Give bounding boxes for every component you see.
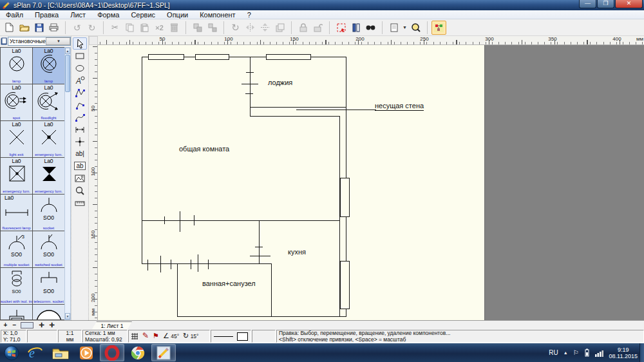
panel-zoom-in-button[interactable]: + xyxy=(1,321,10,329)
textbox-tool[interactable]: ab xyxy=(73,160,87,172)
image-tool[interactable] xyxy=(73,172,87,184)
print-button[interactable] xyxy=(46,21,61,35)
ungroup-button[interactable] xyxy=(205,21,220,35)
wall[interactable] xyxy=(250,57,251,117)
wall[interactable] xyxy=(250,107,346,108)
component-fluorescent-lamp[interactable]: La0 fluorescent lamp xyxy=(1,195,33,231)
copy-button[interactable] xyxy=(122,21,137,35)
component-lamp-selected[interactable]: La0 lamp xyxy=(33,48,65,84)
selection-frame-button[interactable] xyxy=(334,21,348,35)
room-label-bath[interactable]: ванная+санузел xyxy=(202,280,256,287)
window[interactable] xyxy=(195,54,229,60)
component-list-button[interactable] xyxy=(348,21,363,35)
action-center-flag-icon[interactable]: ⚐ xyxy=(573,349,579,356)
polygon-tool[interactable] xyxy=(73,86,87,99)
bezier-tool[interactable] xyxy=(73,111,87,123)
door-tick[interactable] xyxy=(242,84,258,84)
taskbar-chrome-icon[interactable] xyxy=(126,344,150,361)
sheet-page[interactable]: лоджия несущая стена общая комната кухня… xyxy=(98,45,485,320)
rotate-button[interactable]: ↻ xyxy=(228,21,243,35)
mirror-vertical-button[interactable] xyxy=(258,21,272,35)
close-button[interactable]: ✕ xyxy=(615,0,643,8)
measure-tool[interactable] xyxy=(73,196,87,209)
door-tick[interactable] xyxy=(160,256,161,272)
zoom-tool[interactable] xyxy=(73,184,87,196)
taskbar-opera-icon[interactable] xyxy=(100,344,124,361)
component-floodlight[interactable]: La0 floodlight xyxy=(33,84,65,121)
component-partial-2[interactable] xyxy=(33,305,65,320)
mirror-horizontal-button[interactable] xyxy=(243,21,258,35)
paste-button[interactable] xyxy=(137,21,152,35)
menu-file[interactable]: Файл xyxy=(0,10,29,19)
group-button[interactable] xyxy=(190,21,205,35)
taskbar-media-player-icon[interactable] xyxy=(74,344,99,361)
door-tick[interactable] xyxy=(164,216,165,224)
undo-button[interactable]: ↺ xyxy=(70,21,84,35)
component-emergency-lum-solid[interactable]: La0 emergency lum. xyxy=(33,158,65,195)
door-tick[interactable] xyxy=(246,72,254,73)
save-button[interactable] xyxy=(32,21,46,35)
taskbar-ie-icon[interactable]: e xyxy=(23,344,47,361)
window[interactable] xyxy=(148,54,184,60)
door-tick[interactable] xyxy=(245,93,253,94)
door-tick[interactable] xyxy=(180,211,180,232)
taskbar-explorer-icon[interactable] xyxy=(48,344,73,361)
menu-form[interactable]: Форма xyxy=(91,10,125,19)
component-emergency-lum[interactable]: La0 emergency lum. xyxy=(33,121,65,158)
text-tool[interactable]: ab| xyxy=(73,148,87,160)
door-tick[interactable] xyxy=(208,260,209,269)
language-indicator[interactable]: RU xyxy=(549,349,558,356)
zoom-window-button[interactable] xyxy=(408,21,423,35)
library-scrollbar[interactable]: ▲ ▼ xyxy=(64,47,71,320)
door-tick[interactable] xyxy=(194,215,194,225)
cut-button[interactable]: ✂ xyxy=(108,21,122,35)
component-lamp[interactable]: La0 lamp xyxy=(1,48,33,84)
select-tool[interactable] xyxy=(73,37,87,50)
door-tick[interactable] xyxy=(250,256,270,256)
arrange-button[interactable] xyxy=(272,21,287,35)
scroll-up-icon[interactable]: ▲ xyxy=(65,48,70,54)
room-label-loggia[interactable]: лоджия xyxy=(268,79,292,86)
grid-icon[interactable] xyxy=(131,332,138,340)
window[interactable] xyxy=(266,54,311,60)
wall[interactable] xyxy=(259,220,260,264)
taskbar-splan-icon[interactable] xyxy=(151,344,176,361)
panel-fit-button[interactable]: ✛ xyxy=(37,321,46,329)
battery-icon[interactable] xyxy=(584,348,590,357)
wall[interactable] xyxy=(142,263,272,264)
category-dropdown[interactable]: Установочные ▼ xyxy=(8,37,71,46)
pen-icon[interactable]: ✎ xyxy=(142,333,149,339)
window[interactable] xyxy=(340,261,350,309)
start-button[interactable] xyxy=(2,344,21,361)
component-telecomm-socket[interactable]: SO0 telecomm. socket xyxy=(33,268,65,305)
component-switched-socket[interactable]: SO0 switched socket xyxy=(33,231,65,268)
delete-button[interactable] xyxy=(167,21,182,35)
leader-line[interactable] xyxy=(296,110,376,110)
angle-snap[interactable]: ∠ 45° xyxy=(163,333,179,340)
annotation-bearing-wall[interactable]: несущая стена xyxy=(375,102,424,111)
wall[interactable] xyxy=(142,220,340,221)
network-signal-icon[interactable] xyxy=(595,349,604,357)
menu-edit[interactable]: Правка xyxy=(29,10,64,19)
tray-expand-icon[interactable]: ▲ xyxy=(564,350,568,355)
scroll-down-icon[interactable]: ▼ xyxy=(65,313,70,319)
wall[interactable] xyxy=(271,263,272,317)
line-style-sample[interactable] xyxy=(214,336,233,337)
open-button[interactable] xyxy=(17,21,32,35)
search-button[interactable] xyxy=(363,21,378,35)
menu-component[interactable]: Компонент xyxy=(194,10,241,19)
chevron-down-icon[interactable]: ▼ xyxy=(46,37,70,45)
component-light-exit[interactable]: La0 light exit xyxy=(1,121,33,158)
wall[interactable] xyxy=(250,116,340,117)
room-label-living[interactable]: общая комната xyxy=(179,145,229,153)
dimension-tool[interactable] xyxy=(73,123,87,135)
node-tool[interactable] xyxy=(73,135,87,148)
rectangle-tool[interactable] xyxy=(73,50,87,62)
door-tick[interactable] xyxy=(191,260,191,269)
component-partial-1[interactable] xyxy=(1,305,33,320)
door-tick[interactable] xyxy=(198,254,198,272)
lock-button[interactable] xyxy=(296,21,310,35)
sheet-format-button[interactable] xyxy=(386,21,401,35)
window[interactable] xyxy=(340,178,350,217)
style-preview[interactable] xyxy=(211,330,251,343)
